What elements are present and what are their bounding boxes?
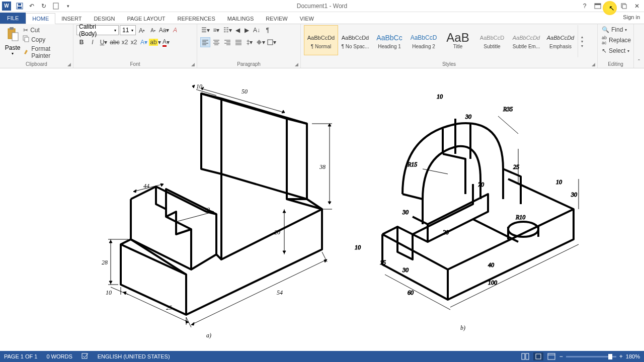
web-layout-icon[interactable]	[546, 352, 556, 360]
style-subtitle[interactable]: AaBbCcDSubtitle	[475, 25, 509, 55]
dim-b10c: 10	[355, 244, 361, 251]
font-name-combo[interactable]: Calibri (Body)▾	[76, 25, 119, 35]
cut-label: Cut	[30, 27, 40, 34]
clear-formatting-icon[interactable]: A	[170, 25, 180, 35]
zoom-slider[interactable]	[566, 356, 616, 357]
dim-r35: R35	[503, 106, 513, 113]
align-left-icon[interactable]	[200, 37, 210, 47]
style---no-spac---[interactable]: AaBbCcDd¶ No Spac...	[338, 25, 372, 55]
multilevel-icon[interactable]: ☷▾	[222, 25, 232, 35]
highlight-icon[interactable]: ab▾	[150, 37, 160, 47]
format-painter-button[interactable]: Format Painter	[22, 45, 70, 60]
style-emphasis[interactable]: AaBbCcDdEmphasis	[543, 25, 578, 55]
ribbon-tabs: FILE HOME INSERT DESIGN PAGE LAYOUT REFE…	[0, 12, 644, 24]
clipboard-launcher-icon[interactable]: ◢	[67, 62, 71, 67]
word-app-icon: W	[2, 2, 11, 11]
shrink-font-icon[interactable]: A▾	[148, 25, 158, 35]
italic-icon[interactable]: I	[88, 37, 98, 47]
strikethrough-icon[interactable]: abc	[110, 37, 120, 47]
tab-design[interactable]: DESIGN	[88, 14, 121, 24]
qat-customize-icon[interactable]: ▾	[62, 1, 73, 12]
cut-button[interactable]: ✂Cut	[22, 26, 70, 34]
shading-icon[interactable]: ▾	[256, 37, 266, 47]
superscript-icon[interactable]: x2	[130, 37, 138, 47]
style-subtle-em---[interactable]: AaBbCcDdSubtle Em...	[509, 25, 543, 55]
show-marks-icon[interactable]: ¶	[263, 25, 273, 35]
borders-icon[interactable]: ▾	[267, 37, 277, 47]
print-layout-icon[interactable]	[533, 352, 543, 360]
style-name: Title	[453, 44, 463, 49]
brush-icon	[23, 49, 29, 56]
read-mode-icon[interactable]	[520, 352, 530, 360]
maximize-icon[interactable]	[618, 1, 630, 11]
style-title[interactable]: AaBTitle	[441, 25, 475, 55]
bullets-icon[interactable]: ☰▾	[200, 25, 210, 35]
paragraph-launcher-icon[interactable]: ◢	[295, 62, 298, 67]
redo-icon[interactable]: ↻	[38, 1, 49, 12]
subscript-icon[interactable]: x2	[121, 37, 129, 47]
word-count[interactable]: 0 WORDS	[46, 353, 72, 359]
style-heading-1[interactable]: AaBbCcHeading 1	[372, 25, 407, 55]
sign-in-link[interactable]: Sign in	[623, 14, 640, 20]
styles-expand-icon[interactable]: ▴▾▾	[578, 25, 586, 57]
save-icon[interactable]	[14, 1, 25, 12]
styles-launcher-icon[interactable]: ◢	[592, 62, 595, 67]
change-case-icon[interactable]: Aa▾	[159, 25, 169, 35]
document-area[interactable]: 50 10 38 20 44 20 28 10 25 54 a)	[0, 68, 644, 349]
bold-icon[interactable]: B	[76, 37, 87, 47]
style-name: Heading 1	[378, 44, 401, 49]
page-status[interactable]: PAGE 1 OF 1	[4, 353, 37, 359]
line-spacing-icon[interactable]: ‡▾	[245, 37, 255, 47]
zoom-level[interactable]: 180%	[626, 353, 640, 359]
language-status[interactable]: ENGLISH (UNITED STATES)	[98, 353, 170, 359]
tab-file[interactable]: FILE	[0, 13, 26, 24]
select-button[interactable]: ↖Select▾	[601, 46, 630, 55]
copy-button[interactable]: Copy	[22, 35, 70, 44]
zoom-in-icon[interactable]: +	[619, 353, 623, 360]
ribbon-display-icon[interactable]	[592, 1, 604, 11]
numbering-icon[interactable]: ≡▾	[211, 25, 221, 35]
proofing-icon[interactable]	[82, 352, 89, 360]
status-bar: PAGE 1 OF 1 0 WORDS ENGLISH (UNITED STAT…	[0, 351, 644, 362]
tab-references[interactable]: REFERENCES	[172, 14, 221, 24]
close-icon[interactable]: ✕	[631, 1, 643, 11]
format-painter-label: Format Painter	[31, 45, 69, 59]
paste-button[interactable]: Paste ▾	[3, 25, 22, 60]
replace-button[interactable]: abacReplace	[601, 34, 630, 46]
decrease-indent-icon[interactable]: ◀	[233, 25, 242, 35]
tab-review[interactable]: REVIEW	[260, 14, 293, 24]
editing-group-label: Editing	[598, 61, 633, 67]
svg-rect-29	[268, 40, 273, 45]
styles-gallery[interactable]: AaBbCcDd¶ NormalAaBbCcDd¶ No Spac...AaBb…	[304, 25, 578, 57]
help-icon[interactable]: ?	[579, 1, 591, 11]
zoom-out-icon[interactable]: −	[559, 353, 563, 360]
justify-icon[interactable]	[233, 37, 244, 47]
tab-view[interactable]: VIEW	[294, 14, 320, 24]
tab-page-layout[interactable]: PAGE LAYOUT	[121, 14, 172, 24]
dim-38: 38	[319, 163, 326, 170]
style-heading-2[interactable]: AaBbCcDHeading 2	[407, 25, 441, 55]
copy-icon	[23, 36, 29, 43]
svg-rect-5	[595, 4, 601, 5]
svg-rect-1	[18, 7, 22, 9]
align-right-icon[interactable]	[222, 37, 232, 47]
find-button[interactable]: 🔍Find▾	[601, 25, 630, 34]
text-effects-icon[interactable]: A▾	[139, 37, 149, 47]
grow-font-icon[interactable]: A▴	[137, 25, 147, 35]
collapse-ribbon-icon[interactable]: ˆ	[634, 24, 644, 68]
underline-icon[interactable]: U▾	[99, 37, 109, 47]
style-preview: AaBbCcDd	[342, 32, 369, 44]
svg-rect-3	[53, 3, 58, 9]
style---normal[interactable]: AaBbCcDd¶ Normal	[304, 25, 338, 55]
align-center-icon[interactable]	[211, 37, 221, 47]
tab-insert[interactable]: INSERT	[55, 14, 88, 24]
font-size-combo[interactable]: 11▾	[120, 25, 136, 35]
sort-icon[interactable]: A↓	[252, 25, 262, 35]
new-doc-icon[interactable]	[50, 1, 61, 12]
tab-mailings[interactable]: MAILINGS	[221, 14, 260, 24]
font-launcher-icon[interactable]: ◢	[191, 62, 195, 67]
increase-indent-icon[interactable]: ▶	[243, 25, 251, 35]
undo-icon[interactable]: ↶	[26, 1, 37, 12]
tab-home[interactable]: HOME	[26, 13, 55, 24]
font-color-icon[interactable]: A▾	[161, 37, 171, 47]
